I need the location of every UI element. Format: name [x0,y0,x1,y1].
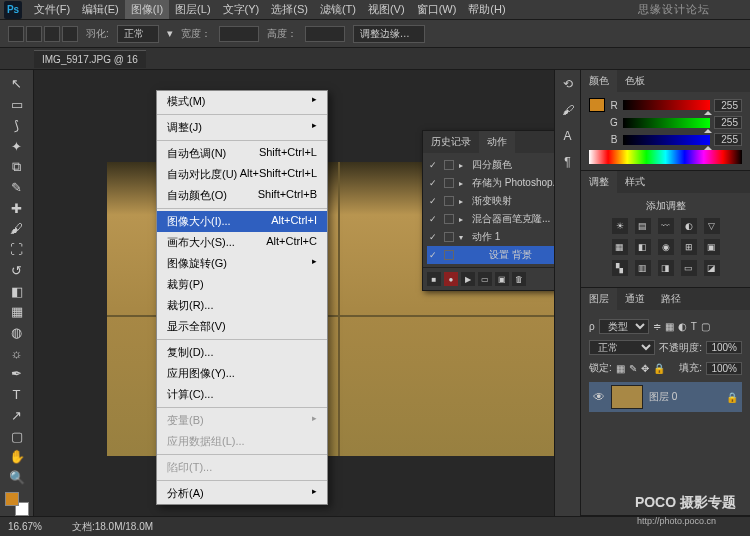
brightness-icon[interactable]: ☀ [612,218,628,234]
lasso-tool[interactable]: ⟆ [5,115,29,135]
vibrance-icon[interactable]: ▽ [704,218,720,234]
action-item[interactable]: ✓▾动作 1 [427,228,554,246]
new-action-icon[interactable]: ▣ [495,272,509,286]
shape-tool[interactable]: ▢ [5,426,29,446]
menu-item[interactable]: 显示全部(V) [157,316,327,337]
filter-pixel-icon[interactable]: ▦ [665,321,674,332]
new-set-icon[interactable]: ▭ [478,272,492,286]
marquee-tool[interactable]: ▭ [5,95,29,115]
blend-mode-select[interactable]: 正常 [589,340,655,355]
menu-item[interactable]: 图像旋转(G) [157,253,327,274]
menu-6[interactable]: 滤镜(T) [314,0,362,19]
eyedropper-tool[interactable]: ✎ [5,178,29,198]
trash-icon[interactable]: 🗑 [512,272,526,286]
hue-icon[interactable]: ▦ [612,239,628,255]
levels-icon[interactable]: ▤ [635,218,651,234]
filter-type-icon[interactable]: T [691,321,697,332]
menu-item[interactable]: 模式(M) [157,91,327,112]
stop-icon[interactable]: ■ [427,272,441,286]
menu-8[interactable]: 窗口(W) [411,0,463,19]
tab-channels[interactable]: 通道 [617,288,653,310]
exposure-icon[interactable]: ◐ [681,218,697,234]
menu-1[interactable]: 编辑(E) [76,0,125,19]
color-lookup-icon[interactable]: ▣ [704,239,720,255]
bw-icon[interactable]: ◧ [635,239,651,255]
history-icon[interactable]: ⟲ [560,76,576,92]
action-item[interactable]: ✓▸混合器画笔克隆... [427,210,554,228]
g-slider[interactable] [623,118,710,128]
menu-item[interactable]: 复制(D)... [157,342,327,363]
document-tab[interactable]: IMG_5917.JPG @ 16 [34,50,146,68]
visibility-icon[interactable]: 👁 [593,390,605,404]
layer-thumbnail[interactable] [611,385,643,409]
blend-mode-select[interactable]: 正常 [117,25,159,43]
height-input[interactable] [305,26,345,42]
play-icon[interactable]: ▶ [461,272,475,286]
menu-0[interactable]: 文件(F) [28,0,76,19]
menu-item[interactable]: 应用图像(Y)... [157,363,327,384]
hand-tool[interactable]: ✋ [5,447,29,467]
stamp-tool[interactable]: ⛶ [5,240,29,260]
menu-item[interactable]: 画布大小(S)...Alt+Ctrl+C [157,232,327,253]
gradient-map-icon[interactable]: ▭ [681,260,697,276]
char-panel-icon[interactable]: A [560,128,576,144]
color-swatches[interactable] [5,492,29,516]
spectrum-bar[interactable] [589,150,742,164]
menu-item[interactable]: 裁切(R)... [157,295,327,316]
lock-trans-icon[interactable]: ▦ [616,363,625,374]
action-item[interactable]: ✓设置 背景 [427,246,554,264]
filter-adjust-icon[interactable]: ◐ [678,321,687,332]
opacity-value[interactable]: 100% [706,341,742,354]
zoom-level[interactable]: 16.67% [8,521,42,532]
type-tool[interactable]: T [5,385,29,405]
brush-panel-icon[interactable]: 🖌 [560,102,576,118]
path-tool[interactable]: ↗ [5,406,29,426]
para-panel-icon[interactable]: ¶ [560,154,576,170]
tab-layers[interactable]: 图层 [581,288,617,310]
selective-color-icon[interactable]: ◪ [704,260,720,276]
lock-pixel-icon[interactable]: ✎ [629,363,637,374]
filter-shape-icon[interactable]: ▢ [701,321,710,332]
r-value[interactable]: 255 [714,99,742,112]
invert-icon[interactable]: ▚ [612,260,628,276]
menu-item[interactable]: 自动对比度(U)Alt+Shift+Ctrl+L [157,164,327,185]
menu-item[interactable]: 裁剪(P) [157,274,327,295]
tab-paths[interactable]: 路径 [653,288,689,310]
menu-3[interactable]: 图层(L) [169,0,216,19]
menu-item[interactable]: 自动颜色(O)Shift+Ctrl+B [157,185,327,206]
lock-pos-icon[interactable]: ✥ [641,363,649,374]
tab-styles[interactable]: 样式 [617,171,653,193]
photo-filter-icon[interactable]: ◉ [658,239,674,255]
history-brush-tool[interactable]: ↺ [5,260,29,280]
menu-item[interactable]: 调整(J) [157,117,327,138]
channel-mixer-icon[interactable]: ⊞ [681,239,697,255]
menu-9[interactable]: 帮助(H) [462,0,511,19]
blur-tool[interactable]: ◍ [5,323,29,343]
layer-name[interactable]: 图层 0 [649,390,677,404]
heal-tool[interactable]: ✚ [5,198,29,218]
menu-2[interactable]: 图像(I) [125,0,169,19]
b-value[interactable]: 255 [714,133,742,146]
menu-5[interactable]: 选择(S) [265,0,314,19]
menu-item[interactable]: 计算(C)... [157,384,327,405]
menu-item[interactable]: 分析(A) [157,483,327,504]
posterize-icon[interactable]: ▥ [635,260,651,276]
curves-icon[interactable]: 〰 [658,218,674,234]
tab-color[interactable]: 颜色 [581,70,617,92]
tab-actions[interactable]: 动作 [479,131,515,153]
pen-tool[interactable]: ✒ [5,364,29,384]
tab-swatches[interactable]: 色板 [617,70,653,92]
layer-item[interactable]: 👁 图层 0 🔒 [589,382,742,412]
b-slider[interactable] [623,135,710,145]
menu-7[interactable]: 视图(V) [362,0,411,19]
lock-all-icon[interactable]: 🔒 [653,363,665,374]
record-icon[interactable]: ● [444,272,458,286]
r-slider[interactable] [623,100,710,110]
gradient-tool[interactable]: ▦ [5,302,29,322]
brush-tool[interactable]: 🖌 [5,219,29,239]
wand-tool[interactable]: ✦ [5,136,29,156]
menu-item[interactable]: 自动色调(N)Shift+Ctrl+L [157,143,327,164]
action-item[interactable]: ✓▸四分颜色 [427,156,554,174]
tab-adjustments[interactable]: 调整 [581,171,617,193]
zoom-tool[interactable]: 🔍 [5,468,29,488]
